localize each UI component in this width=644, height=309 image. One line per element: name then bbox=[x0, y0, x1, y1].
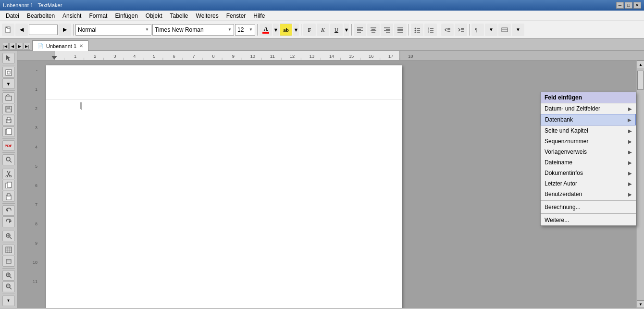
menu-hilfe[interactable]: Hilfe bbox=[249, 11, 269, 21]
scroll-thumb[interactable] bbox=[637, 71, 644, 90]
italic-button[interactable]: K bbox=[317, 24, 329, 36]
separator-3 bbox=[301, 24, 301, 36]
highlight-arrow[interactable]: ▼ bbox=[293, 24, 299, 36]
lt-pdf-button[interactable]: PDF bbox=[2, 140, 15, 151]
lt-find2-button[interactable] bbox=[2, 231, 15, 241]
highlight-button[interactable]: ab bbox=[280, 24, 292, 36]
svg-text:13: 13 bbox=[310, 54, 314, 59]
scroll-down-button[interactable]: ▼ bbox=[637, 300, 644, 308]
align-justify-button[interactable] bbox=[394, 24, 407, 36]
bold-button[interactable]: F bbox=[303, 24, 316, 36]
lt-paste-button[interactable] bbox=[2, 191, 15, 201]
lt-copy-button[interactable] bbox=[2, 180, 15, 190]
numbering-button[interactable]: 1.2.3. bbox=[424, 24, 437, 36]
tab-last-button[interactable]: ▶| bbox=[24, 43, 30, 49]
svg-text:6: 6 bbox=[173, 54, 175, 59]
svg-text:¶: ¶ bbox=[475, 27, 477, 33]
svg-rect-51 bbox=[7, 129, 12, 135]
cm-item-benutzer-label: Benutzerdaten bbox=[545, 191, 628, 198]
extra1-button[interactable]: ¶ bbox=[471, 24, 484, 36]
align-center-button[interactable] bbox=[367, 24, 380, 36]
font-color-arrow[interactable]: ▼ bbox=[273, 24, 279, 36]
align-right-button[interactable] bbox=[381, 24, 393, 36]
cm-item-sequenz[interactable]: Sequenznummer ▶ bbox=[541, 136, 636, 147]
menu-weiteres[interactable]: Weiteres bbox=[192, 11, 223, 21]
ruler-mark-3: 3 bbox=[35, 125, 37, 130]
lt-select-button[interactable] bbox=[2, 53, 15, 63]
indent-decrease-button[interactable] bbox=[441, 24, 454, 36]
menu-fenster[interactable]: Fenster bbox=[223, 11, 250, 21]
underline-arrow[interactable]: ▼ bbox=[344, 24, 349, 36]
menu-datei[interactable]: Datei bbox=[2, 11, 23, 21]
lt-btn-5[interactable] bbox=[2, 126, 15, 137]
cm-item-datum[interactable]: Datum- und Zeitfelder ▶ bbox=[541, 103, 636, 114]
cm-item-datenbank[interactable]: Datenbank ▶ bbox=[541, 114, 636, 125]
next-button[interactable]: ▶ bbox=[59, 24, 71, 36]
tab-first-button[interactable]: |◀ bbox=[2, 43, 9, 49]
tab-close-button[interactable]: ✕ bbox=[79, 43, 83, 49]
document-page[interactable] bbox=[46, 65, 402, 308]
context-menu-header: Feld einfügen bbox=[541, 92, 636, 103]
lt-find-button[interactable] bbox=[2, 154, 15, 165]
ruler-mark-1: 1 bbox=[35, 87, 37, 92]
lt-separator-4 bbox=[2, 152, 15, 153]
bullets-button[interactable] bbox=[411, 24, 423, 36]
lt-cut-button[interactable] bbox=[2, 169, 15, 179]
ruler-mark-minus: - bbox=[36, 68, 37, 73]
menu-format[interactable]: Format bbox=[85, 11, 111, 21]
lt-frame-button[interactable] bbox=[2, 256, 15, 266]
scroll-track[interactable] bbox=[637, 68, 644, 300]
svg-rect-85 bbox=[400, 51, 644, 61]
menu-einfuegen[interactable]: Einfügen bbox=[111, 11, 141, 21]
lt-btn-2[interactable]: ▼ bbox=[2, 78, 15, 89]
extra3-button[interactable] bbox=[498, 24, 511, 36]
lt-table-button[interactable] bbox=[2, 245, 15, 255]
highlight-icon: ab bbox=[283, 27, 289, 33]
cm-item-seite[interactable]: Seite und Kapitel ▶ bbox=[541, 125, 636, 136]
new-button[interactable] bbox=[2, 24, 14, 36]
cm-item-dateiname[interactable]: Dateiname ▶ bbox=[541, 157, 636, 168]
menu-bearbeiten[interactable]: Bearbeiten bbox=[23, 11, 59, 21]
lt-zoom-out-button[interactable] bbox=[2, 281, 15, 292]
cm-item-dokumentinfos[interactable]: Dokumentinfos ▶ bbox=[541, 168, 636, 178]
close-button[interactable]: ✕ bbox=[633, 2, 641, 9]
extra4-button[interactable]: ▼ bbox=[512, 24, 524, 36]
minimize-button[interactable]: ─ bbox=[616, 2, 624, 9]
cm-item-benutzer[interactable]: Benutzerdaten ▶ bbox=[541, 189, 636, 199]
svg-text:17: 17 bbox=[388, 54, 393, 59]
lt-open-button[interactable] bbox=[2, 92, 15, 103]
font-size-dropdown[interactable]: 12 ▼ bbox=[235, 24, 255, 36]
tab-next-button[interactable]: ▶ bbox=[16, 43, 23, 49]
indent-increase-button[interactable] bbox=[455, 24, 467, 36]
lt-undo-button[interactable] bbox=[2, 205, 15, 216]
font-color-button[interactable]: A bbox=[260, 24, 272, 36]
cm-item-benutzer-arrow: ▶ bbox=[628, 192, 632, 197]
lt-save-button[interactable] bbox=[2, 104, 15, 114]
tab-prev-button[interactable]: ◀ bbox=[9, 43, 16, 49]
menu-ansicht[interactable]: Ansicht bbox=[59, 11, 85, 21]
style-dropdown[interactable]: Normal ▼ bbox=[75, 24, 151, 36]
cm-item-berechnung[interactable]: Berechnung... bbox=[541, 202, 636, 212]
lt-btn-1[interactable] bbox=[2, 67, 15, 77]
underline-button[interactable]: U bbox=[330, 24, 343, 36]
lt-redo-button[interactable] bbox=[2, 216, 15, 227]
menu-objekt[interactable]: Objekt bbox=[142, 11, 166, 21]
cm-item-letzter[interactable]: Letzter Autor ▶ bbox=[541, 178, 636, 189]
svg-rect-49 bbox=[7, 121, 10, 123]
align-left-button[interactable] bbox=[354, 24, 366, 36]
lt-print-button[interactable] bbox=[2, 115, 15, 125]
tab-unbenannt[interactable]: 📄 Unbenannt 1 ✕ bbox=[32, 40, 88, 51]
maximize-button[interactable]: □ bbox=[625, 2, 632, 9]
page-number-input[interactable] bbox=[29, 25, 58, 35]
cm-item-weitere[interactable]: Weitere... bbox=[541, 215, 636, 225]
lt-zoom-in-button[interactable] bbox=[2, 270, 15, 281]
extra2-button[interactable]: ▼ bbox=[485, 24, 497, 36]
svg-line-80 bbox=[10, 287, 12, 289]
menu-tabelle[interactable]: Tabelle bbox=[166, 11, 192, 21]
scroll-up-button[interactable]: ▲ bbox=[637, 61, 644, 68]
font-dropdown[interactable]: Times New Roman ▼ bbox=[152, 24, 234, 36]
cm-item-vorlagen[interactable]: Vorlagenverweis ▶ bbox=[541, 147, 636, 157]
svg-rect-48 bbox=[7, 117, 10, 120]
lt-bottom-button[interactable]: ▼ bbox=[2, 296, 15, 306]
prev-button[interactable]: ◀ bbox=[15, 24, 28, 36]
